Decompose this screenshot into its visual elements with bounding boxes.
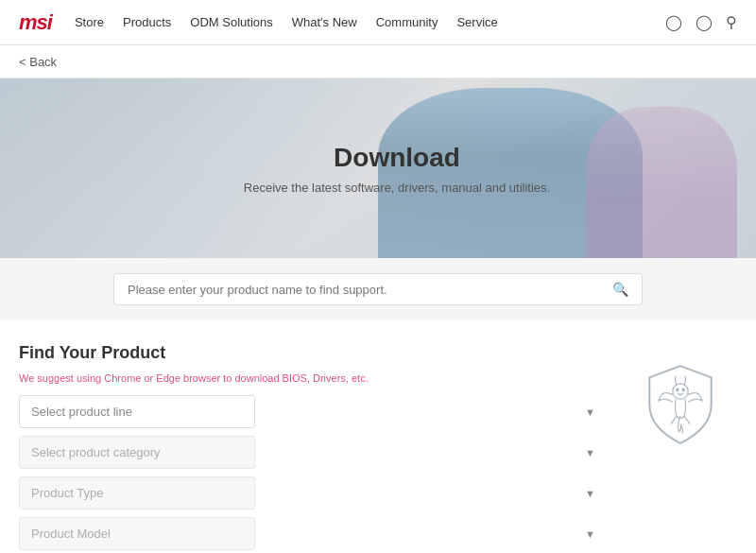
find-product-title: Find Your Product (19, 343, 605, 363)
back-bar: Back (0, 45, 756, 78)
product-type-select[interactable]: Product Type (19, 476, 255, 510)
product-line-arrow: ▼ (585, 406, 595, 418)
nav-item-odm[interactable]: ODM Solutions (190, 15, 272, 29)
nav-item-products[interactable]: Products (123, 15, 171, 29)
hero-banner: Download Receive the latest software, dr… (0, 78, 756, 258)
left-panel: Find Your Product We suggest using Chrom… (19, 343, 605, 553)
svg-point-2 (682, 389, 684, 390)
suggest-text: We suggest using Chrome or Edge browser … (19, 372, 605, 384)
search-bar: 🔍 (113, 273, 643, 305)
product-line-wrap: Select product line ▼ (19, 395, 605, 428)
main-content: Find Your Product We suggest using Chrom… (0, 320, 756, 553)
product-type-arrow: ▼ (585, 488, 595, 499)
hero-subtitle: Receive the latest software, drivers, ma… (244, 181, 550, 195)
logo[interactable]: msi (19, 10, 52, 35)
nav-item-service[interactable]: Service (456, 15, 497, 29)
account-icon[interactable]: ◯ (696, 13, 713, 31)
hero-title: Download (244, 143, 550, 173)
nav-icons: ◯ ◯ ⚲ (665, 13, 737, 31)
product-search-input[interactable] (128, 283, 612, 297)
product-category-select[interactable]: Select product category (19, 436, 255, 469)
product-model-arrow: ▼ (585, 528, 595, 540)
hero-person-right-decor (586, 107, 737, 258)
product-line-select[interactable]: Select product line (19, 395, 255, 428)
svg-point-1 (677, 389, 679, 390)
dragon-shield-panel (624, 343, 737, 553)
dragon-shield-icon (638, 362, 723, 447)
search-section: 🔍 (0, 258, 756, 320)
product-category-wrap: Select product category ▼ (19, 436, 605, 469)
product-model-wrap: Product Model ▼ (19, 517, 605, 550)
select-group: Select product line ▼ Select product cat… (19, 395, 605, 550)
search-submit-icon[interactable]: 🔍 (612, 282, 628, 297)
search-icon[interactable]: ⚲ (726, 13, 737, 31)
nav-links: Store Products ODM Solutions What's New … (75, 15, 665, 29)
hero-text-block: Download Receive the latest software, dr… (206, 143, 550, 195)
user-icon[interactable]: ◯ (665, 13, 682, 31)
navbar: msi Store Products ODM Solutions What's … (0, 0, 756, 45)
nav-item-whatsnew[interactable]: What's New (292, 15, 357, 29)
product-model-select[interactable]: Product Model (19, 517, 255, 550)
nav-item-community[interactable]: Community (376, 15, 438, 29)
nav-item-store[interactable]: Store (75, 15, 104, 29)
back-link[interactable]: Back (19, 55, 57, 69)
product-type-wrap: Product Type ▼ (19, 476, 605, 510)
product-category-arrow: ▼ (585, 447, 595, 458)
svg-point-0 (673, 384, 688, 399)
